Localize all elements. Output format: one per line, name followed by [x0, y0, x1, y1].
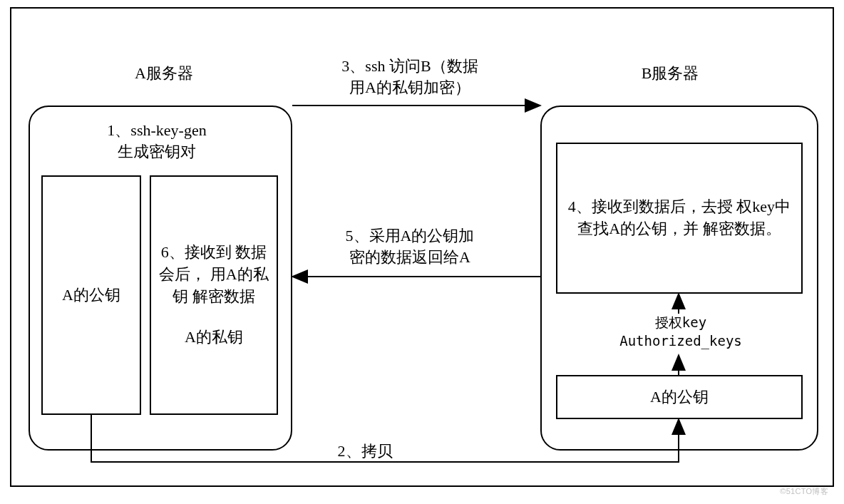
step-3-label: 3、ssh 访问B（数据 用A的私钥加密）	[296, 56, 524, 98]
b-public-key-text: A的公钥	[650, 386, 709, 408]
b-public-key-box: A的公钥	[556, 375, 803, 419]
step-4-box: 4、接收到数据后，去授 权key中查找A的公钥，并 解密数据。	[556, 143, 803, 294]
a-private-key-box: 6、接收到 数据会后， 用A的私钥 解密数据 A的私钥	[150, 175, 278, 415]
diagram-canvas: A服务器 B服务器 3、ssh 访问B（数据 用A的私钥加密） 1、ssh-ke…	[0, 0, 844, 504]
step-2-label: 2、拷贝	[308, 441, 422, 462]
step-4-text: 4、接收到数据后，去授 权key中查找A的公钥，并 解密数据。	[562, 196, 797, 240]
step-1-label: 1、ssh-key-gen 生成密钥对	[57, 120, 257, 162]
watermark: ©51CTO博客	[780, 486, 828, 497]
a-public-key-text: A的公钥	[62, 284, 120, 307]
step-5-label: 5、采用A的公钥加 密的数据返回给A	[307, 225, 513, 267]
authorized-keys-label: 授权key Authorized_keys	[570, 314, 791, 350]
server-b-title: B服务器	[606, 63, 734, 84]
a-public-key-box: A的公钥	[41, 175, 141, 415]
a-private-key-text: A的私钥	[185, 326, 243, 349]
step-6-text: 6、接收到 数据会后， 用A的私钥 解密数据	[155, 242, 272, 307]
server-a-title: A服务器	[100, 63, 228, 84]
